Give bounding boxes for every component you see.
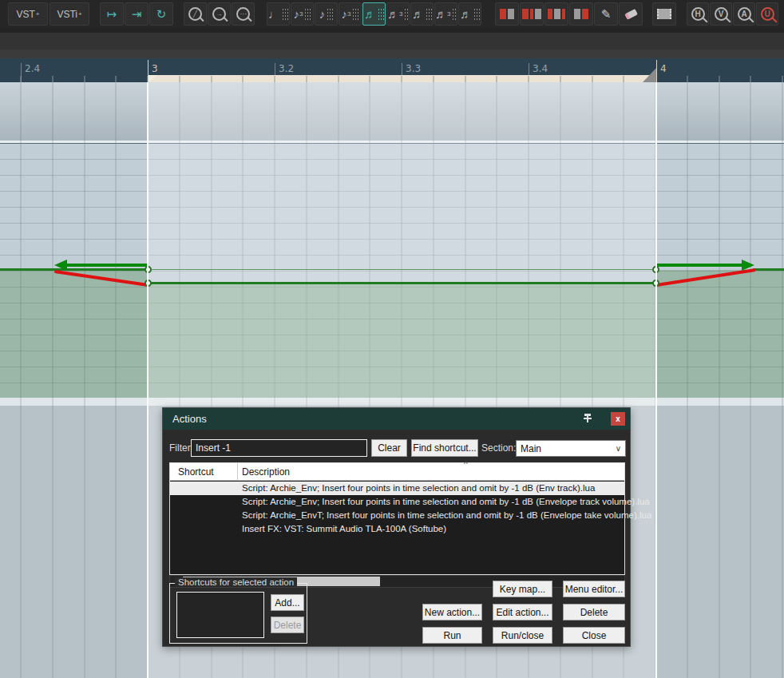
selection-end-marker[interactable] xyxy=(643,68,656,82)
envelope-reference-line xyxy=(148,269,656,270)
action-list[interactable]: Shortcut Description ^ Script: Archie_En… xyxy=(169,462,625,575)
zoom-vertical-button[interactable]: V xyxy=(710,2,732,26)
envelope-segment-left[interactable] xyxy=(0,268,148,271)
grid-sixteenth-note-button-selected[interactable]: ♬ xyxy=(362,2,386,26)
pencil-icon[interactable]: ✎ xyxy=(594,2,618,26)
vst-button[interactable]: VST+ xyxy=(8,2,48,26)
reaper-window: VST+ VSTi+ ↦ ⇥ ↻ ╱ → ⋯ ♩ ♪3 ♪ ♪3 ♬ ♬3 ♬ … xyxy=(0,0,784,678)
ruler-ticks xyxy=(0,76,784,82)
main-toolbar: VST+ VSTi+ ↦ ⇥ ↻ ╱ → ⋯ ♩ ♪3 ♪ ♪3 ♬ ♬3 ♬ … xyxy=(0,0,784,28)
envelope-segment-selection[interactable] xyxy=(148,282,656,284)
grid-sixtyfourth-note-button[interactable]: ♬ xyxy=(458,2,481,26)
move-edit-cursor-icon[interactable]: ↦ xyxy=(100,2,124,26)
section-dropdown[interactable]: Main ∨ xyxy=(516,440,626,457)
new-action-button[interactable]: New action... xyxy=(422,604,482,621)
item-icon[interactable] xyxy=(652,2,676,26)
zoom-undo-button[interactable]: U xyxy=(756,2,778,26)
groupbox-label: Shortcuts for selected action xyxy=(175,577,297,587)
action-row[interactable]: Script: Archie_EnvT; Insert four points … xyxy=(170,509,624,522)
grid-quarter-note-button[interactable]: ♩ xyxy=(267,2,290,26)
action-row[interactable]: Insert FX: VST: Summit Audio TLA-100A (S… xyxy=(170,522,624,536)
loop-off-icon[interactable]: ╱ xyxy=(184,2,207,26)
filter-label: Filter: xyxy=(169,442,193,454)
magnifier-v-icon: V xyxy=(715,7,728,21)
dialog-titlebar[interactable]: Actions x xyxy=(163,408,630,430)
grid-dots-icon xyxy=(282,8,288,20)
dialog-title: Actions xyxy=(172,413,207,425)
loop-arrow-icon[interactable]: → xyxy=(208,2,231,26)
magnifier-h-icon: H xyxy=(691,7,705,21)
magnifier-a-icon: A xyxy=(738,7,751,21)
selection-end-edge[interactable] xyxy=(655,82,657,678)
actions-dialog: Actions x Filter: Clear Find shortcut...… xyxy=(162,407,631,647)
run-button[interactable]: Run xyxy=(422,627,482,644)
split-left-icon[interactable] xyxy=(544,2,568,26)
grid-eighth-note-button[interactable]: ♪ xyxy=(315,2,338,26)
cycle-loop-icon[interactable]: ↻ xyxy=(149,2,173,26)
grid-sixtyfourth-triplet-button[interactable]: ♬3 xyxy=(434,2,457,26)
column-description[interactable]: Description xyxy=(242,466,290,478)
docker-strip xyxy=(0,33,784,50)
grid-thirtysecond-triplet-button[interactable]: ♬3 xyxy=(386,2,410,26)
close-button[interactable]: Close xyxy=(563,627,625,644)
selection-start-edge[interactable] xyxy=(147,82,148,678)
arrow-left-icon xyxy=(54,260,67,271)
column-shortcut[interactable]: Shortcut xyxy=(178,466,214,478)
section-label: Section: xyxy=(481,442,516,454)
trim-left-icon[interactable] xyxy=(495,2,519,26)
grid-thirtysecond-note-button[interactable]: ♬ xyxy=(410,2,434,26)
delete-action-button[interactable]: Delete xyxy=(563,604,625,621)
move-to-marker-icon[interactable]: ⇥ xyxy=(125,2,148,26)
loop-dots-icon[interactable]: ⋯ xyxy=(232,2,255,26)
selection-end-tick xyxy=(656,60,657,82)
run-close-button[interactable]: Run/close xyxy=(493,627,552,644)
arrow-right-icon xyxy=(742,260,754,271)
delete-shortcut-button[interactable]: Delete xyxy=(271,617,304,633)
clear-button[interactable]: Clear xyxy=(371,439,407,457)
docker-strip-2 xyxy=(0,50,784,58)
arrow-right-shaft xyxy=(656,264,742,267)
timeline-ruler[interactable]: 2.4 3 3.2 3.3 3.4 4 xyxy=(0,58,784,82)
filter-input[interactable] xyxy=(191,439,367,457)
grid-sixteenth-triplet-button[interactable]: ♪3 xyxy=(339,2,362,26)
lane-separator-2 xyxy=(0,398,784,406)
column-divider[interactable] xyxy=(237,463,238,481)
add-shortcut-button[interactable]: Add... xyxy=(271,594,304,611)
shortcuts-groupbox: Shortcuts for selected action Add... Del… xyxy=(169,583,307,644)
arrow-left-shaft xyxy=(66,264,148,267)
selection-start-marker[interactable] xyxy=(148,75,157,82)
section-value: Main xyxy=(521,443,541,454)
find-shortcut-button[interactable]: Find shortcut... xyxy=(411,439,478,457)
close-icon[interactable]: x xyxy=(611,412,625,426)
magnifier-u-icon: U xyxy=(761,7,774,21)
zoom-horizontal-button[interactable]: H xyxy=(687,2,709,26)
edit-action-button[interactable]: Edit action... xyxy=(493,604,552,621)
split-right-icon[interactable] xyxy=(569,2,593,26)
vsti-button[interactable]: VSTi+ xyxy=(49,2,89,26)
sort-indicator-icon: ^ xyxy=(464,460,468,469)
track-media-lane[interactable] xyxy=(0,82,784,141)
action-row[interactable]: Script: Archie_Env; Insert four points i… xyxy=(170,495,624,509)
shortcut-listbox[interactable] xyxy=(176,592,264,638)
action-row-selected[interactable]: Script: Archie_Env; Insert four points i… xyxy=(170,482,624,495)
key-map-button[interactable]: Key map... xyxy=(493,581,552,597)
chevron-down-icon: ∨ xyxy=(616,444,621,453)
pin-icon[interactable] xyxy=(587,414,588,422)
trim-both-icon[interactable] xyxy=(520,2,544,26)
grid-eighth-triplet-button[interactable]: ♪3 xyxy=(291,2,314,26)
list-header: Shortcut Description ^ xyxy=(170,463,624,481)
menu-editor-button[interactable]: Menu editor... xyxy=(563,581,625,597)
zoom-all-button[interactable]: A xyxy=(733,2,755,26)
envelope-segment-right[interactable] xyxy=(753,268,784,271)
eraser-icon[interactable] xyxy=(619,2,643,26)
